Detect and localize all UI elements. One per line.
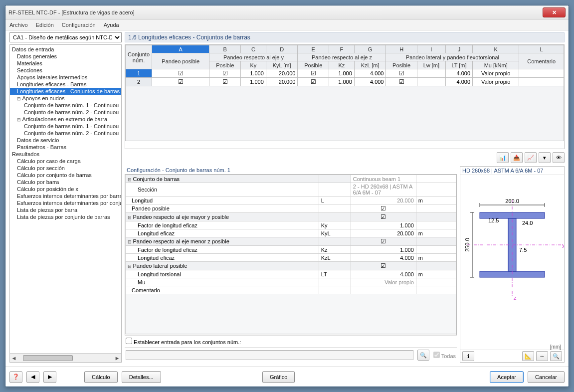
tree-item[interactable]: Parámetros - Barras — [10, 144, 121, 151]
dimension-icon[interactable]: ↔ — [536, 351, 548, 361]
tree-hscroll[interactable]: ◄► — [10, 353, 121, 362]
info-icon[interactable]: ℹ — [462, 351, 474, 361]
svg-text:y: y — [562, 242, 564, 248]
cancelar-button[interactable]: Cancelar — [528, 371, 565, 383]
menu-configuracion[interactable]: Configuración — [62, 22, 96, 28]
tree-item[interactable]: Apoyos laterales intermedios — [10, 74, 121, 81]
close-icon[interactable]: ✕ — [543, 7, 566, 17]
tree-item[interactable]: Esfuerzos internos determinantes por bar… — [10, 193, 121, 199]
filter-icon[interactable]: ▾ — [539, 152, 551, 163]
property-grid[interactable]: Conjunto de barrasContinuous beam 1 Secc… — [125, 174, 457, 335]
tree-root-resultados[interactable]: Resultados — [10, 151, 121, 158]
tree-item[interactable]: Cálculo por sección — [10, 165, 121, 172]
col-conjunto: Conjunto núm. — [126, 45, 152, 69]
svg-text:7.5: 7.5 — [519, 247, 527, 253]
tree-item[interactable]: Longitudes eficaces - Barras — [10, 81, 121, 88]
case-dropdown[interactable]: CA1 - Diseño de metálicas según NTC-DF — [9, 32, 122, 42]
tree-item[interactable]: Lista de piezas por conjunto de barras — [10, 213, 121, 220]
help-icon[interactable]: ❓ — [9, 371, 22, 383]
menu-edicion[interactable]: Edición — [36, 22, 54, 28]
titlebar: RF-STEEL NTC-DF - [Estructura de vigas d… — [5, 5, 569, 19]
checkbox-cell[interactable] — [152, 69, 209, 78]
detalles-button[interactable]: Detalles... — [122, 371, 161, 383]
print-icon[interactable]: 🔍 — [550, 351, 562, 361]
section-preview: HD 260x68 | ASTM A 6/A 6M - 07 — [460, 166, 565, 363]
excel-export-icon[interactable]: 📊 — [497, 152, 509, 163]
establecer-checkbox[interactable]: Establecer entrada para los conjuntos nú… — [126, 338, 241, 345]
app-window: RF-STEEL NTC-DF - [Estructura de vigas d… — [5, 5, 569, 387]
menu-ayuda[interactable]: Ayuda — [104, 22, 119, 28]
nav-tree-pane: Datos de entrada Datos generales Materia… — [9, 44, 122, 363]
section-drawing: y z 260.0 250.0 12.5 24.0 — [460, 175, 564, 344]
tree-item[interactable]: Conjunto de barras núm. 2 - Continuou — [10, 130, 121, 137]
prev-icon[interactable]: ◀ — [26, 371, 39, 383]
svg-text:260.0: 260.0 — [505, 198, 519, 204]
config-title: Configuración - Conjunto de barras núm. … — [125, 166, 457, 174]
svg-text:12.5: 12.5 — [488, 217, 499, 223]
svg-text:z: z — [514, 295, 517, 301]
tree-item[interactable]: Esfuerzos internos determinantes por con… — [10, 199, 121, 206]
calculo-button[interactable]: Cálculo — [84, 371, 118, 383]
tree-item[interactable]: Conjunto de barras núm. 1 - Continuou — [10, 123, 121, 130]
eye-icon[interactable]: 👁 — [553, 152, 565, 163]
window-title: RF-STEEL NTC-DF - [Estructura de vigas d… — [8, 9, 135, 15]
next-icon[interactable]: ▶ — [43, 371, 56, 383]
tree-group-apoyos[interactable]: Apoyos en nudos — [10, 95, 121, 102]
svg-text:250.0: 250.0 — [464, 238, 470, 252]
tree-item-selected[interactable]: Longitudes eficaces - Conjuntos de barra… — [10, 88, 121, 95]
tree-item[interactable]: Secciones — [10, 67, 121, 74]
tree-item[interactable]: Datos de servicio — [10, 137, 121, 144]
conjuntos-input[interactable] — [126, 350, 413, 360]
table-row: 1 1.000 20.000 1.000 4.000 4.000 Valor p… — [126, 69, 564, 78]
section-lib-icon[interactable]: 📐 — [522, 351, 534, 361]
nav-tree[interactable]: Datos de entrada Datos generales Materia… — [10, 45, 121, 353]
svg-text:24.0: 24.0 — [522, 220, 533, 226]
todas-checkbox[interactable]: Todas — [433, 352, 456, 359]
tree-root-datos[interactable]: Datos de entrada — [10, 46, 121, 53]
menu-archivo[interactable]: Archivo — [9, 22, 28, 28]
tree-item[interactable]: Cálculo por conjunto de barras — [10, 172, 121, 179]
tree-item[interactable]: Cálculo por caso de carga — [10, 158, 121, 165]
aceptar-button[interactable]: Aceptar — [490, 371, 524, 383]
grafico-button[interactable]: Gráfico — [262, 371, 295, 383]
tree-group-artic[interactable]: Articulaciones en extremo de barra — [10, 116, 121, 123]
tree-item[interactable]: Cálculo por barra — [10, 179, 121, 186]
config-pane: Configuración - Conjunto de barras núm. … — [125, 166, 457, 363]
tree-item[interactable]: Conjunto de barras núm. 2 - Continuou — [10, 109, 121, 116]
pick-icon[interactable]: 🔍 — [417, 350, 429, 361]
tree-item[interactable]: Lista de piezas por barra — [10, 206, 121, 213]
preview-title: HD 260x68 | ASTM A 6/A 6M - 07 — [460, 167, 564, 175]
excel-import-icon[interactable]: 📥 — [511, 152, 523, 163]
excel-icon[interactable]: 📈 — [525, 152, 537, 163]
menubar: Archivo Edición Configuración Ayuda — [5, 19, 569, 30]
tree-item[interactable]: Datos generales — [10, 53, 121, 60]
tree-item[interactable]: Cálculo por posición de x — [10, 186, 121, 193]
section-header: 1.6 Longitudes eficaces - Conjuntos de b… — [125, 32, 565, 42]
tree-item[interactable]: Conjunto de barras núm. 1 - Continuou — [10, 102, 121, 109]
footer: ❓ ◀ ▶ Cálculo Detalles... Gráfico Acepta… — [5, 367, 569, 387]
tree-item[interactable]: Materiales — [10, 60, 121, 67]
main-grid[interactable]: Conjunto núm. A B C D E F G H I J K — [125, 44, 565, 149]
table-row: 2 1.000 20.000 1.000 4.000 4.000 Valor p… — [126, 78, 564, 86]
col-letter[interactable]: A — [152, 45, 209, 53]
grid-toolbar: 📊 📥 📈 ▾ 👁 — [125, 151, 565, 164]
